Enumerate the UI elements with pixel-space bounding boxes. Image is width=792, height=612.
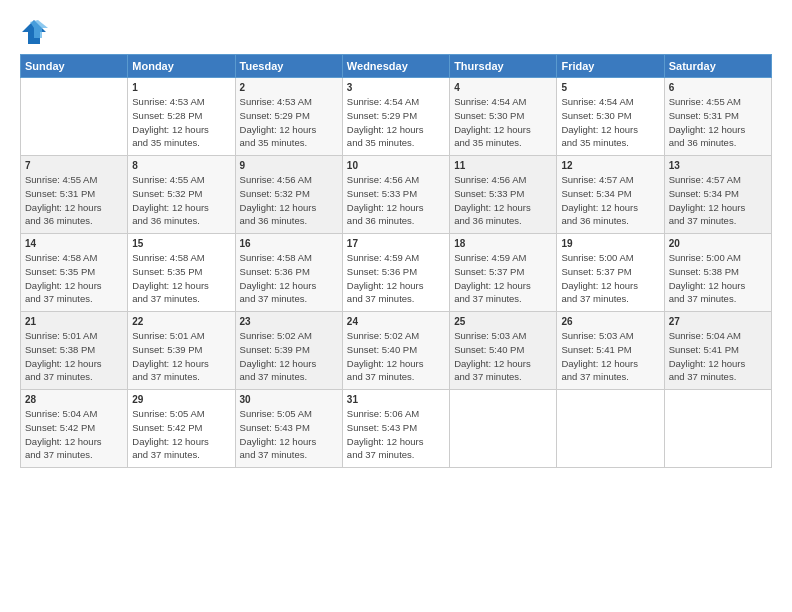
day-number: 10 — [347, 160, 445, 171]
weekday-header-wednesday: Wednesday — [342, 55, 449, 78]
day-cell: 15Sunrise: 4:58 AM Sunset: 5:35 PM Dayli… — [128, 234, 235, 312]
day-number: 18 — [454, 238, 552, 249]
day-cell: 30Sunrise: 5:05 AM Sunset: 5:43 PM Dayli… — [235, 390, 342, 468]
day-info: Sunrise: 5:05 AM Sunset: 5:43 PM Dayligh… — [240, 407, 338, 462]
day-number: 2 — [240, 82, 338, 93]
weekday-header-sunday: Sunday — [21, 55, 128, 78]
day-number: 14 — [25, 238, 123, 249]
day-cell: 31Sunrise: 5:06 AM Sunset: 5:43 PM Dayli… — [342, 390, 449, 468]
day-number: 20 — [669, 238, 767, 249]
day-cell: 22Sunrise: 5:01 AM Sunset: 5:39 PM Dayli… — [128, 312, 235, 390]
day-cell: 26Sunrise: 5:03 AM Sunset: 5:41 PM Dayli… — [557, 312, 664, 390]
day-cell — [557, 390, 664, 468]
weekday-header-monday: Monday — [128, 55, 235, 78]
day-info: Sunrise: 4:54 AM Sunset: 5:29 PM Dayligh… — [347, 95, 445, 150]
day-cell: 24Sunrise: 5:02 AM Sunset: 5:40 PM Dayli… — [342, 312, 449, 390]
day-number: 1 — [132, 82, 230, 93]
calendar-page: SundayMondayTuesdayWednesdayThursdayFrid… — [0, 0, 792, 612]
day-cell: 16Sunrise: 4:58 AM Sunset: 5:36 PM Dayli… — [235, 234, 342, 312]
day-cell: 6Sunrise: 4:55 AM Sunset: 5:31 PM Daylig… — [664, 78, 771, 156]
logo-icon — [20, 18, 48, 46]
week-row-4: 21Sunrise: 5:01 AM Sunset: 5:38 PM Dayli… — [21, 312, 772, 390]
day-number: 9 — [240, 160, 338, 171]
day-cell: 28Sunrise: 5:04 AM Sunset: 5:42 PM Dayli… — [21, 390, 128, 468]
day-info: Sunrise: 4:57 AM Sunset: 5:34 PM Dayligh… — [669, 173, 767, 228]
day-number: 23 — [240, 316, 338, 327]
day-info: Sunrise: 4:59 AM Sunset: 5:37 PM Dayligh… — [454, 251, 552, 306]
header — [20, 18, 772, 46]
day-number: 25 — [454, 316, 552, 327]
day-cell: 19Sunrise: 5:00 AM Sunset: 5:37 PM Dayli… — [557, 234, 664, 312]
day-number: 3 — [347, 82, 445, 93]
day-info: Sunrise: 4:54 AM Sunset: 5:30 PM Dayligh… — [454, 95, 552, 150]
day-cell: 4Sunrise: 4:54 AM Sunset: 5:30 PM Daylig… — [450, 78, 557, 156]
weekday-header-tuesday: Tuesday — [235, 55, 342, 78]
week-row-5: 28Sunrise: 5:04 AM Sunset: 5:42 PM Dayli… — [21, 390, 772, 468]
day-info: Sunrise: 5:05 AM Sunset: 5:42 PM Dayligh… — [132, 407, 230, 462]
day-cell: 23Sunrise: 5:02 AM Sunset: 5:39 PM Dayli… — [235, 312, 342, 390]
day-info: Sunrise: 4:55 AM Sunset: 5:31 PM Dayligh… — [25, 173, 123, 228]
day-cell: 5Sunrise: 4:54 AM Sunset: 5:30 PM Daylig… — [557, 78, 664, 156]
day-number: 21 — [25, 316, 123, 327]
week-row-1: 1Sunrise: 4:53 AM Sunset: 5:28 PM Daylig… — [21, 78, 772, 156]
day-number: 30 — [240, 394, 338, 405]
day-info: Sunrise: 4:57 AM Sunset: 5:34 PM Dayligh… — [561, 173, 659, 228]
day-number: 31 — [347, 394, 445, 405]
day-cell: 1Sunrise: 4:53 AM Sunset: 5:28 PM Daylig… — [128, 78, 235, 156]
day-info: Sunrise: 4:58 AM Sunset: 5:35 PM Dayligh… — [132, 251, 230, 306]
day-number: 8 — [132, 160, 230, 171]
day-info: Sunrise: 5:04 AM Sunset: 5:41 PM Dayligh… — [669, 329, 767, 384]
day-cell: 18Sunrise: 4:59 AM Sunset: 5:37 PM Dayli… — [450, 234, 557, 312]
day-info: Sunrise: 4:54 AM Sunset: 5:30 PM Dayligh… — [561, 95, 659, 150]
day-cell: 25Sunrise: 5:03 AM Sunset: 5:40 PM Dayli… — [450, 312, 557, 390]
day-cell: 10Sunrise: 4:56 AM Sunset: 5:33 PM Dayli… — [342, 156, 449, 234]
day-info: Sunrise: 4:53 AM Sunset: 5:28 PM Dayligh… — [132, 95, 230, 150]
day-cell — [450, 390, 557, 468]
day-number: 11 — [454, 160, 552, 171]
day-cell: 2Sunrise: 4:53 AM Sunset: 5:29 PM Daylig… — [235, 78, 342, 156]
logo — [20, 18, 52, 46]
day-cell: 8Sunrise: 4:55 AM Sunset: 5:32 PM Daylig… — [128, 156, 235, 234]
day-number: 15 — [132, 238, 230, 249]
day-number: 7 — [25, 160, 123, 171]
day-info: Sunrise: 4:55 AM Sunset: 5:31 PM Dayligh… — [669, 95, 767, 150]
day-number: 24 — [347, 316, 445, 327]
day-number: 28 — [25, 394, 123, 405]
week-row-2: 7Sunrise: 4:55 AM Sunset: 5:31 PM Daylig… — [21, 156, 772, 234]
day-cell: 27Sunrise: 5:04 AM Sunset: 5:41 PM Dayli… — [664, 312, 771, 390]
day-info: Sunrise: 5:06 AM Sunset: 5:43 PM Dayligh… — [347, 407, 445, 462]
day-info: Sunrise: 4:58 AM Sunset: 5:35 PM Dayligh… — [25, 251, 123, 306]
day-number: 26 — [561, 316, 659, 327]
day-info: Sunrise: 4:53 AM Sunset: 5:29 PM Dayligh… — [240, 95, 338, 150]
calendar-table: SundayMondayTuesdayWednesdayThursdayFrid… — [20, 54, 772, 468]
day-number: 27 — [669, 316, 767, 327]
day-info: Sunrise: 5:04 AM Sunset: 5:42 PM Dayligh… — [25, 407, 123, 462]
weekday-header-row: SundayMondayTuesdayWednesdayThursdayFrid… — [21, 55, 772, 78]
day-number: 4 — [454, 82, 552, 93]
day-info: Sunrise: 5:03 AM Sunset: 5:41 PM Dayligh… — [561, 329, 659, 384]
day-cell: 20Sunrise: 5:00 AM Sunset: 5:38 PM Dayli… — [664, 234, 771, 312]
day-cell: 12Sunrise: 4:57 AM Sunset: 5:34 PM Dayli… — [557, 156, 664, 234]
day-info: Sunrise: 5:02 AM Sunset: 5:39 PM Dayligh… — [240, 329, 338, 384]
day-info: Sunrise: 4:56 AM Sunset: 5:33 PM Dayligh… — [347, 173, 445, 228]
day-cell: 3Sunrise: 4:54 AM Sunset: 5:29 PM Daylig… — [342, 78, 449, 156]
day-number: 6 — [669, 82, 767, 93]
day-number: 22 — [132, 316, 230, 327]
day-cell: 21Sunrise: 5:01 AM Sunset: 5:38 PM Dayli… — [21, 312, 128, 390]
day-cell: 7Sunrise: 4:55 AM Sunset: 5:31 PM Daylig… — [21, 156, 128, 234]
weekday-header-thursday: Thursday — [450, 55, 557, 78]
day-info: Sunrise: 4:58 AM Sunset: 5:36 PM Dayligh… — [240, 251, 338, 306]
day-info: Sunrise: 5:00 AM Sunset: 5:38 PM Dayligh… — [669, 251, 767, 306]
day-cell: 17Sunrise: 4:59 AM Sunset: 5:36 PM Dayli… — [342, 234, 449, 312]
day-info: Sunrise: 5:02 AM Sunset: 5:40 PM Dayligh… — [347, 329, 445, 384]
day-number: 13 — [669, 160, 767, 171]
weekday-header-saturday: Saturday — [664, 55, 771, 78]
day-info: Sunrise: 5:00 AM Sunset: 5:37 PM Dayligh… — [561, 251, 659, 306]
weekday-header-friday: Friday — [557, 55, 664, 78]
day-info: Sunrise: 4:56 AM Sunset: 5:33 PM Dayligh… — [454, 173, 552, 228]
day-number: 5 — [561, 82, 659, 93]
day-info: Sunrise: 4:55 AM Sunset: 5:32 PM Dayligh… — [132, 173, 230, 228]
day-info: Sunrise: 4:59 AM Sunset: 5:36 PM Dayligh… — [347, 251, 445, 306]
day-cell: 13Sunrise: 4:57 AM Sunset: 5:34 PM Dayli… — [664, 156, 771, 234]
day-number: 29 — [132, 394, 230, 405]
